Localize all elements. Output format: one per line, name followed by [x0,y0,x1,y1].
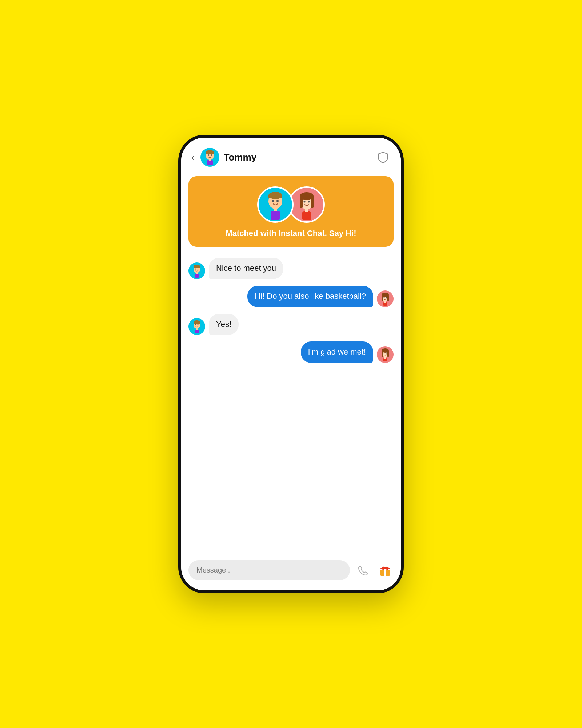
message-row: Hi! Do you also like basketball? [188,286,394,307]
message-bubble: Nice to meet you [209,258,283,279]
svg-rect-25 [194,266,200,268]
svg-rect-17 [300,195,303,208]
svg-rect-5 [207,160,213,165]
message-input[interactable] [188,560,350,580]
svg-point-41 [195,324,196,325]
svg-point-20 [308,201,310,203]
svg-rect-29 [196,273,198,274]
message-bubble: I'm glad we met! [301,341,373,363]
svg-point-49 [384,353,385,354]
match-avatar-girl [288,186,325,223]
svg-point-34 [384,297,385,298]
svg-text:!: ! [382,155,384,160]
msg-avatar-girl [377,346,394,363]
svg-rect-21 [302,211,311,220]
svg-point-27 [198,268,199,269]
svg-rect-6 [209,159,211,161]
svg-rect-33 [387,295,389,301]
svg-point-35 [386,297,387,298]
svg-rect-51 [383,358,387,361]
match-text: Matched with Instant Chat. Say Hi! [226,229,356,238]
msg-avatar-tommy [188,262,205,279]
svg-rect-37 [384,301,386,303]
svg-point-11 [272,200,274,202]
chat-area: Nice to meet you Hi! Do you also like ba… [181,254,401,554]
match-avatars [257,186,325,223]
svg-point-4 [211,154,212,156]
svg-rect-13 [271,211,280,220]
svg-rect-32 [382,295,383,301]
svg-rect-48 [387,351,389,357]
header-username: Tommy [224,152,371,163]
header-avatar [200,148,219,167]
gift-button[interactable] [377,562,394,579]
match-avatar-tommy [257,186,294,223]
svg-point-59 [384,567,386,569]
svg-point-3 [208,154,209,156]
svg-rect-28 [195,274,199,278]
svg-point-26 [195,268,196,269]
chat-header: ‹ Tommy ! [181,138,401,173]
svg-rect-44 [196,328,198,330]
message-row: I'm glad we met! [188,341,394,363]
svg-rect-14 [274,208,277,211]
svg-rect-52 [384,357,386,359]
input-bar [181,554,401,590]
svg-rect-22 [305,209,308,212]
svg-point-19 [304,201,306,203]
message-row: Yes! [188,314,394,335]
svg-rect-36 [383,302,387,306]
match-banner: Matched with Instant Chat. Say Hi! [188,176,394,247]
svg-rect-43 [195,330,199,333]
phone-call-button[interactable] [355,562,372,579]
svg-rect-18 [311,195,314,208]
shield-button[interactable]: ! [375,150,391,165]
message-row: Nice to meet you [188,258,394,279]
svg-point-12 [276,200,279,202]
svg-point-50 [386,353,387,354]
svg-rect-47 [382,351,383,357]
svg-rect-10 [268,195,282,198]
msg-avatar-girl [377,290,394,307]
svg-point-42 [198,324,199,325]
svg-rect-40 [194,322,200,324]
phone-frame: ‹ Tommy ! [178,135,404,593]
svg-rect-2 [206,152,214,154]
message-bubble: Hi! Do you also like basketball? [247,286,373,307]
msg-avatar-tommy [188,318,205,335]
message-bubble: Yes! [209,314,239,335]
back-button[interactable]: ‹ [191,152,195,163]
